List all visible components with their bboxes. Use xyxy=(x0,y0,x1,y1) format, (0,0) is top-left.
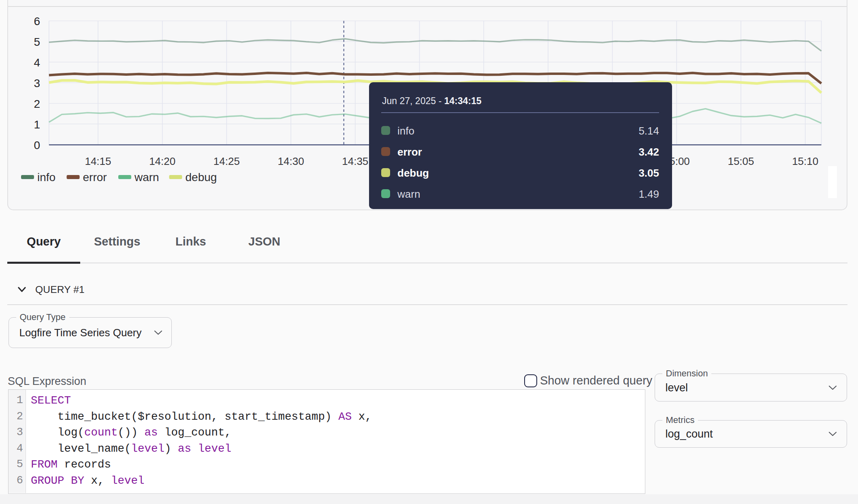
svg-text:14:20: 14:20 xyxy=(149,155,175,167)
svg-text:debug: debug xyxy=(186,171,217,184)
svg-text:14:15: 14:15 xyxy=(85,155,111,167)
svg-text:5: 5 xyxy=(34,36,40,48)
svg-text:2: 2 xyxy=(34,98,40,110)
svg-text:14:30: 14:30 xyxy=(278,155,304,167)
svg-text:info: info xyxy=(37,171,55,184)
svg-text:3: 3 xyxy=(34,77,40,90)
svg-text:14:25: 14:25 xyxy=(213,155,240,167)
svg-text:warn: warn xyxy=(134,171,159,184)
svg-text:error: error xyxy=(83,171,107,184)
svg-text:1: 1 xyxy=(34,118,40,131)
svg-text:0: 0 xyxy=(34,139,40,152)
svg-text:15:10: 15:10 xyxy=(792,155,818,167)
svg-text:4: 4 xyxy=(34,56,40,69)
svg-text:15:05: 15:05 xyxy=(728,155,754,167)
svg-text:6: 6 xyxy=(34,15,40,28)
svg-text:14:35: 14:35 xyxy=(342,155,368,167)
